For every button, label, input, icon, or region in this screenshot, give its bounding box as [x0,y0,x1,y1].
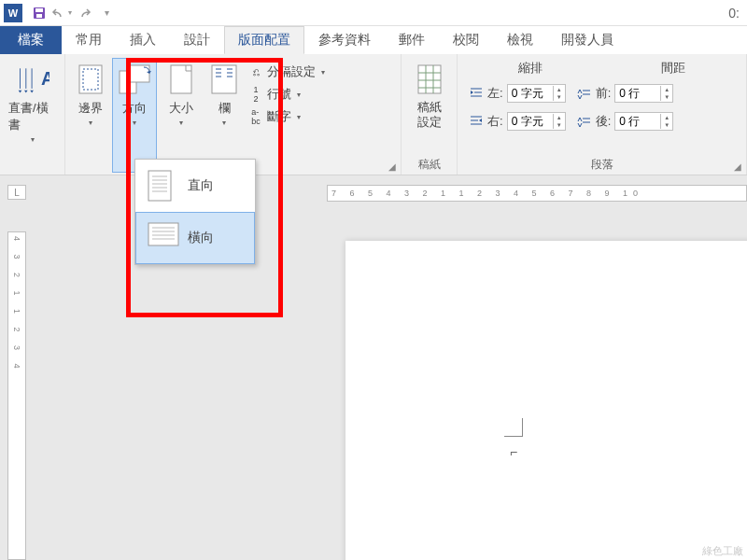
dropdown-caret-icon: ▾ [31,135,35,144]
hyphenation-icon: a-bc [248,109,263,124]
tab-references[interactable]: 參考資料 [304,26,385,54]
horizontal-ruler[interactable]: 7 6 5 4 3 2 1 1 2 3 4 5 6 7 8 9 10 [327,185,747,202]
group-text-direction: A 直書/橫書 ▾ [0,54,65,175]
orientation-landscape[interactable]: 橫向 [135,212,255,264]
spacing-before-icon [577,86,592,101]
group-label-manuscript: 稿紙 [407,155,451,173]
columns-icon [207,63,241,96]
group-manuscript: 稿紙 設定 稿紙 [402,54,458,175]
breaks-icon: ⎌ [248,64,263,79]
margins-button[interactable]: 邊界 ▾ [71,58,110,173]
landscape-icon [147,221,176,255]
tab-page-layout[interactable]: 版面配置 [224,26,304,54]
spacing-before-input[interactable]: ▲▼ [614,84,673,103]
title-bar: W ▾ ▾ 0: [0,0,747,26]
save-icon [32,6,47,21]
tab-view[interactable]: 檢視 [493,26,547,54]
tab-file[interactable]: 檔案 [0,26,62,54]
tab-design[interactable]: 設計 [170,26,224,54]
spacing-after-icon [577,114,592,129]
document-page[interactable]: ⌐ [345,241,747,560]
indent-header: 縮排 [469,60,593,77]
svg-rect-35 [148,171,171,201]
columns-button[interactable]: 欄 ▾ [205,58,243,173]
svg-rect-11 [171,65,191,93]
tab-mailings[interactable]: 郵件 [385,26,439,54]
indent-right-input[interactable]: ▲▼ [507,112,566,131]
watermark: 綠色工廠 [702,544,743,558]
svg-rect-2 [36,14,42,18]
line-numbers-icon: 12 [248,87,263,102]
margins-icon [74,63,107,96]
breaks-button[interactable]: ⎌ 分隔設定 ▾ [245,62,329,82]
text-direction-button[interactable]: A 直書/橫書 ▾ [6,58,59,173]
undo-icon [51,6,66,21]
document-workspace: L 7 6 5 4 3 2 1 1 2 3 4 5 6 7 8 9 10 4 3… [0,175,747,560]
indent-right-icon [469,114,484,129]
undo-button[interactable]: ▾ [50,2,73,24]
redo-button[interactable] [73,2,95,24]
size-button[interactable]: 大小 ▾ [159,58,204,173]
margin-corner-mark [504,418,523,437]
orientation-button[interactable]: 方向 ▾ [112,58,157,173]
redo-icon [77,6,92,21]
tab-home[interactable]: 常用 [62,26,116,54]
vertical-ruler[interactable]: 4 3 2 1 1 2 3 4 [7,231,26,560]
ruler-corner[interactable]: L [7,185,26,200]
paragraph-launcher[interactable]: ◢ [731,160,744,173]
tab-developer[interactable]: 開發人員 [547,26,627,54]
svg-rect-19 [418,65,441,93]
text-direction-icon: A [16,63,49,96]
spacing-after-input[interactable]: ▲▼ [614,112,673,131]
orientation-icon [118,63,151,96]
word-app-icon: W [4,4,22,22]
orientation-portrait[interactable]: 直向 [135,160,255,212]
group-paragraph: 縮排 間距 左: ▲▼ 右: ▲▼ 前: ▲▼ [458,54,747,175]
portrait-icon [147,169,176,203]
manuscript-icon [413,63,446,96]
group-label-paragraph: 段落 [463,155,740,173]
ribbon-tabs: 檔案 常用 插入 設計 版面配置 參考資料 郵件 校閱 檢視 開發人員 [0,26,747,54]
titlebar-right-text: 0: [728,6,743,21]
text-caret: ⌐ [510,444,517,459]
svg-rect-12 [212,65,236,93]
hyphenation-button[interactable]: a-bc 斷字 ▾ [245,106,329,127]
tab-insert[interactable]: 插入 [116,26,170,54]
spacing-header: 間距 [612,60,736,77]
page-setup-launcher[interactable]: ◢ [386,160,399,173]
tab-review[interactable]: 校閱 [439,26,493,54]
line-numbers-button[interactable]: 12 行號 ▾ [245,84,329,105]
manuscript-button[interactable]: 稿紙 設定 [407,58,451,155]
qat-customize[interactable]: ▾ [95,2,118,24]
indent-left-icon [469,86,484,101]
svg-rect-1 [35,8,43,12]
save-button[interactable] [28,2,50,24]
orientation-dropdown: 直向 橫向 [134,159,256,265]
indent-left-input[interactable]: ▲▼ [507,84,566,103]
size-icon [164,63,198,96]
svg-rect-41 [148,223,178,245]
group-page-setup: 邊界 ▾ 方向 ▾ 大小 ▾ 欄 [65,54,402,175]
svg-text:A: A [41,68,49,89]
ribbon: A 直書/橫書 ▾ 邊界 ▾ 方向 ▾ [0,54,747,175]
